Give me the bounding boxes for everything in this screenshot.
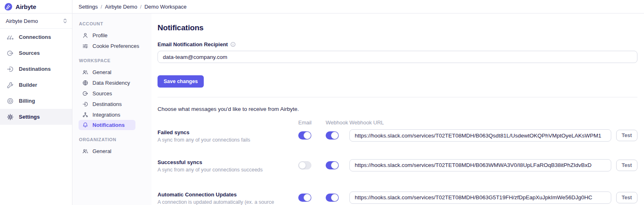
settings-nav-panel: ACCOUNT Profile [72, 14, 151, 205]
row-title: Failed syncs [158, 129, 298, 135]
sidebar-item-label: Billing [19, 98, 35, 104]
connections-icon [7, 34, 14, 41]
info-icon[interactable] [230, 42, 236, 47]
bell-icon [82, 122, 88, 128]
column-header-webhook-url: Webhook URL [349, 119, 615, 126]
email-toggle[interactable] [298, 161, 311, 169]
sidebar-item-label: Destinations [19, 66, 51, 72]
chevron-up-down-icon [63, 18, 67, 24]
sliders-icon [82, 43, 88, 49]
row-description: A sync from any of your connections succ… [158, 167, 293, 173]
source-icon [82, 90, 88, 97]
settings-nav-label: Integrations [92, 112, 120, 118]
settings-nav-label: Notifications [92, 122, 125, 128]
gear-icon [7, 113, 14, 121]
table-header-row: Email Webhook Webhook URL [158, 119, 637, 126]
email-recipient-input[interactable] [158, 51, 637, 63]
breadcrumb: Settings / Airbyte Demo / Demo Workspace [79, 4, 187, 10]
top-bar: Settings / Airbyte Demo / Demo Workspace [72, 0, 644, 14]
email-toggle[interactable] [298, 194, 311, 202]
settings-nav-profile[interactable]: Profile [72, 30, 151, 41]
section-title-workspace: WORKSPACE [72, 58, 151, 63]
integrations-icon [82, 112, 88, 118]
breadcrumb-separator: / [101, 4, 102, 10]
notification-settings-table: Email Webhook Webhook URL Failed syncs A… [158, 119, 637, 205]
notifications-intro-text: Choose what messages you'd like to recei… [158, 106, 637, 112]
main-sidebar: Airbyte Airbyte Demo Connections [0, 0, 72, 205]
settings-nav-label: Sources [92, 90, 112, 97]
row-description: A sync from any of your connections fail… [158, 137, 293, 144]
email-recipient-label: Email Notification Recipient [158, 41, 228, 47]
workspace-selector[interactable]: Airbyte Demo [0, 14, 72, 29]
sidebar-item-label: Sources [19, 50, 40, 56]
table-row-failed-syncs: Failed syncs A sync from any of your con… [158, 129, 637, 144]
settings-nav-integrations[interactable]: Integrations [72, 109, 151, 120]
settings-nav-label: Profile [92, 32, 108, 38]
toggle-knob [331, 194, 338, 201]
settings-nav-notifications[interactable]: Notifications [79, 120, 135, 130]
email-toggle[interactable] [298, 131, 311, 140]
airbyte-logo[interactable]: Airbyte [0, 0, 72, 14]
destination-icon [7, 65, 14, 73]
sidebar-item-label: Connections [19, 34, 51, 40]
sidebar-item-destinations[interactable]: Destinations [0, 61, 72, 77]
column-header-email: Email [298, 119, 326, 126]
person-icon [82, 32, 88, 38]
destination-icon [82, 101, 88, 107]
main-content: Notifications Email Notification Recipie… [151, 14, 644, 205]
webhook-url-input[interactable] [349, 191, 611, 204]
webhook-url-input[interactable] [349, 129, 611, 142]
toggle-knob [304, 132, 311, 139]
sidebar-item-connections[interactable]: Connections [0, 29, 72, 45]
settings-nav-label: General [92, 69, 111, 75]
sidebar-item-builder[interactable]: Builder [0, 77, 72, 93]
breadcrumb-organization[interactable]: Airbyte Demo [105, 4, 137, 10]
webhook-url-input[interactable] [349, 159, 611, 171]
settings-nav-label: General [92, 148, 111, 154]
settings-nav-label: Data Residency [92, 80, 130, 86]
table-row-automatic-connection-updates: Automatic Connection Updates A connectio… [158, 191, 637, 205]
sidebar-item-billing[interactable]: Billing [0, 93, 72, 109]
page-title: Notifications [158, 23, 637, 32]
settings-nav-sources[interactable]: Sources [72, 88, 151, 99]
source-icon [7, 50, 14, 57]
row-description: A connection is updated automatically (e… [158, 199, 293, 205]
settings-nav-cookie-preferences[interactable]: Cookie Preferences [72, 41, 151, 51]
settings-nav-destinations[interactable]: Destinations [72, 99, 151, 109]
row-title: Automatic Connection Updates [158, 191, 298, 198]
test-button[interactable]: Test [616, 192, 637, 203]
section-divider [158, 97, 637, 97]
globe-icon [82, 80, 88, 86]
primary-nav: Connections Sources Dest [0, 29, 72, 125]
settings-nav-data-residency[interactable]: Data Residency [72, 77, 151, 88]
row-title: Successful syncs [158, 159, 298, 165]
webhook-toggle[interactable] [326, 131, 339, 140]
breadcrumb-separator: / [140, 4, 142, 10]
breadcrumb-workspace[interactable]: Demo Workspace [144, 4, 187, 10]
webhook-toggle[interactable] [326, 161, 339, 169]
webhook-toggle[interactable] [326, 194, 339, 202]
airbyte-wordmark: Airbyte [16, 3, 36, 10]
settings-nav-label: Cookie Preferences [92, 43, 139, 49]
airbyte-logo-icon [4, 2, 13, 11]
toggle-knob [299, 162, 306, 169]
sidebar-item-label: Settings [19, 114, 40, 120]
test-button[interactable]: Test [616, 160, 637, 171]
settings-nav-general[interactable]: General [72, 67, 151, 77]
sidebar-item-sources[interactable]: Sources [0, 45, 72, 61]
sidebar-item-label: Builder [19, 82, 37, 88]
people-icon [82, 69, 88, 75]
app-window: Airbyte Airbyte Demo Connections [0, 0, 644, 205]
breadcrumb-settings[interactable]: Settings [79, 4, 98, 10]
section-title-account: ACCOUNT [72, 21, 151, 26]
save-changes-button[interactable]: Save changes [158, 75, 204, 88]
test-button[interactable]: Test [616, 130, 637, 141]
table-row-successful-syncs: Successful syncs A sync from any of your… [158, 159, 637, 173]
people-icon [82, 148, 88, 154]
coin-icon [7, 97, 14, 105]
workspace-name: Airbyte Demo [6, 18, 38, 24]
toggle-knob [304, 194, 311, 201]
sidebar-item-settings[interactable]: Settings [0, 109, 72, 125]
section-title-organization: ORGANIZATION [72, 137, 151, 142]
settings-nav-org-general[interactable]: General [72, 146, 151, 156]
